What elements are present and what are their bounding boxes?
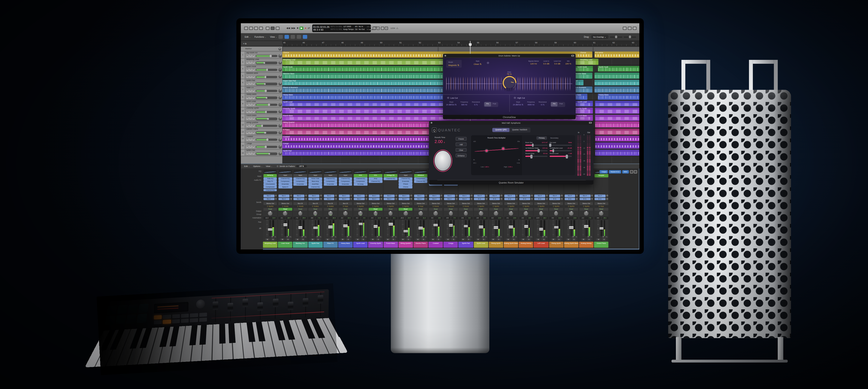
track-record-button[interactable]: R [252,153,255,155]
track-record-button[interactable]: R [252,97,255,99]
channel-input-monitor-button[interactable]: I [274,236,276,238]
channel-eq-thumbnail[interactable] [369,169,382,174]
send-level-knob[interactable] [486,198,488,200]
channel-name-label[interactable]: Analog Synth Bass [564,242,579,248]
send-level-knob[interactable] [591,195,593,197]
region[interactable] [595,108,639,113]
channel-fader[interactable] [375,220,376,236]
channel-fader[interactable] [465,220,467,236]
send-level-knob[interactable] [516,195,518,197]
channel-fader[interactable] [315,220,316,236]
channel-strip[interactable]: ES2Channel EQCompressorSt-DelayBus 1Bus … [353,169,368,248]
channel-mute-button[interactable]: M [431,238,435,241]
quantec-slider[interactable] [525,150,548,151]
channel-record-button[interactable]: R [572,236,575,238]
inspector-icon[interactable] [249,27,253,30]
track-record-button[interactable]: R [252,132,255,134]
track-record-button[interactable]: R [252,55,255,57]
filter-param[interactable]: Slope24 dB/Oct ⇅ [446,101,457,106]
channel-automation-button[interactable]: Read [519,208,533,211]
channel-mute-button[interactable]: M [491,238,495,241]
channel-fader[interactable] [270,220,271,236]
channel-pan-knob[interactable] [283,211,287,215]
send-slot-button[interactable]: Bus 1 [308,195,319,197]
channel-mute-button[interactable]: M [371,238,375,241]
filter-midi-button[interactable]: MIDI [622,170,629,173]
send-level-knob[interactable] [546,198,548,200]
fx-slot-button[interactable]: Compressor [278,180,292,183]
track-record-button[interactable]: R [252,83,255,85]
channel-name-label[interactable]: Synth Lead [353,242,368,248]
channel-solo-button[interactable]: S [331,238,335,241]
track-record-button[interactable]: R [252,139,255,141]
channel-group-button[interactable]: 1: Vocals [293,205,307,207]
region[interactable] [595,122,639,128]
channel-record-button[interactable]: R [331,236,334,238]
fader-cap[interactable] [359,223,363,225]
channel-input-monitor-button[interactable]: I [334,236,337,238]
quantec-slider[interactable] [550,150,572,151]
channel-output-button[interactable]: Stereo Out [444,202,458,205]
fx-slot-button[interactable]: Ensemble [399,180,412,183]
channel-name-label[interactable]: Lead Vocal [278,242,292,248]
channel-solo-button[interactable]: S [451,238,456,241]
fx-slot-button[interactable]: Channel EQ [293,177,307,180]
send-level-knob[interactable] [350,195,352,197]
send-level-knob[interactable] [410,195,412,197]
channel-record-button[interactable]: R [362,236,364,238]
channel-mute-button[interactable]: M [401,238,405,241]
track-pan-knob[interactable] [279,131,282,134]
fader-cap[interactable] [434,224,438,226]
channel-automation-button[interactable]: Read [595,208,608,211]
channel-output-button[interactable]: Stereo Out [564,202,578,205]
fx-slot-button[interactable]: Tube EQ [263,177,277,180]
channel-input-monitor-button[interactable]: I [409,236,412,238]
region[interactable] [595,150,639,156]
replace-icon[interactable]: ≍ [377,27,380,30]
fader-cap[interactable] [554,226,558,228]
narrow-view-icon[interactable] [630,170,633,173]
fx-slot-button[interactable]: Noise Gate [308,177,322,180]
vertical-zoom-slider[interactable] [610,36,622,37]
channel-automation-button[interactable]: Read [308,208,322,211]
send-slot-button[interactable]: Bus 2 [399,198,410,200]
send-level-knob[interactable] [275,198,277,200]
pre-button[interactable]: Pre [485,102,491,106]
channel-fader[interactable] [540,220,542,236]
track-solo-button[interactable]: S [249,118,252,120]
channel-input-monitor-button[interactable]: I [289,236,291,238]
marker-region[interactable]: Pre-Verse [438,47,593,51]
send-slot-button[interactable]: Bus 4 [489,195,500,197]
fader-cap[interactable] [464,225,468,227]
channel-name-label[interactable]: Rising Synth [549,242,563,248]
rewind-button[interactable]: ◀◀ [286,27,290,30]
channel-solo-button[interactable]: S [466,238,471,241]
channel-mute-button[interactable]: M [265,238,270,241]
quantec-slider[interactable] [550,156,572,157]
fx-slot-button[interactable]: St-Delay [354,183,367,186]
send-slot-button[interactable]: B 11 [550,198,560,200]
fader-cap[interactable] [283,223,287,226]
track-mute-button[interactable]: M [246,90,249,92]
channel-strip[interactable]: InputChannel EQCompressorEnsembleBus 1Bu… [338,169,352,248]
track-volume-slider[interactable] [256,152,278,155]
track-pan-knob[interactable] [279,55,282,57]
channel-group-button[interactable]: 6: Keys [595,205,608,207]
track-volume-slider[interactable] [256,62,278,64]
fx-slot-button[interactable]: Channel EQ [414,180,428,183]
fx-slot-button[interactable]: Channel EQ [354,177,367,180]
sends-on-faders-power-icon[interactable]: ⏻ [277,165,278,167]
channel-pan-knob[interactable] [298,211,303,215]
channel-pan-knob[interactable] [479,211,483,215]
fader-cap[interactable] [479,226,483,228]
channel-automation-button[interactable]: Read [534,208,548,211]
send-slot-button[interactable]: Bus 4 [550,195,560,197]
fx-slot-button[interactable]: Compressor [263,186,277,189]
track-pan-knob[interactable] [279,145,282,148]
stop-button[interactable]: ■ [297,27,298,30]
sends-on-faders-select[interactable]: Off ⇅ [296,165,307,168]
channel-solo-button[interactable]: S [542,238,546,241]
channel-input-button[interactable]: ES1 [369,174,382,177]
channel-group-button[interactable]: 2: Synths [369,205,382,207]
channel-pan-knob[interactable] [418,211,423,215]
